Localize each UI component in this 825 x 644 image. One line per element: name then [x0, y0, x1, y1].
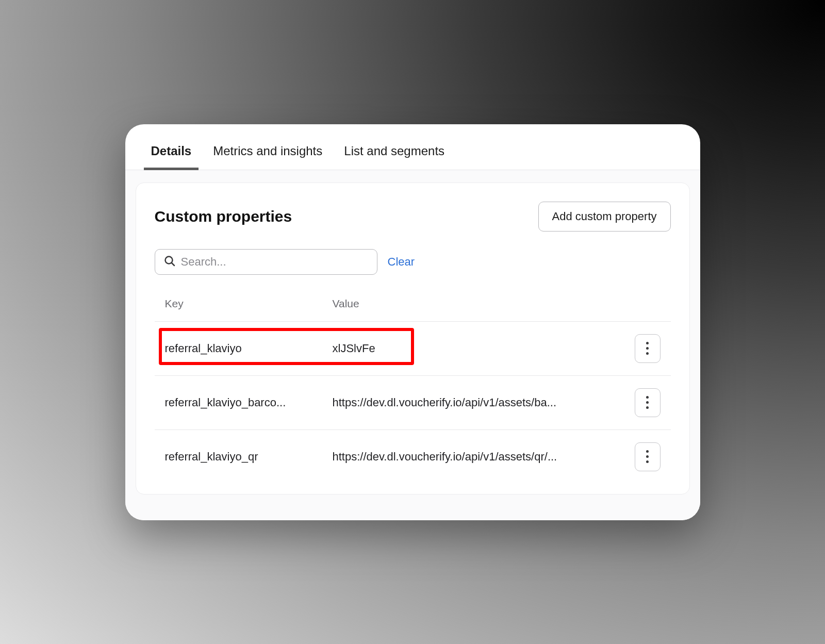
clear-link[interactable]: Clear [388, 255, 415, 269]
row-actions-button[interactable] [635, 442, 661, 471]
cell-value: xlJSlvFe [333, 342, 630, 355]
add-custom-property-button[interactable]: Add custom property [538, 202, 671, 232]
row-actions-button[interactable] [635, 388, 661, 417]
table-row: referral_klaviyo_barco... https://dev.dl… [155, 376, 671, 430]
panel-title: Custom properties [155, 208, 292, 225]
column-header-key: Key [165, 298, 333, 310]
tab-metrics[interactable]: Metrics and insights [213, 139, 322, 170]
search-box[interactable] [155, 249, 377, 275]
tab-details[interactable]: Details [151, 139, 192, 170]
cell-key: referral_klaviyo [165, 342, 333, 355]
properties-table: Key Value referral_klaviyo xlJSlvFe refe… [155, 290, 671, 484]
tab-bar: Details Metrics and insights List and se… [125, 139, 700, 170]
table-row: referral_klaviyo xlJSlvFe [155, 322, 671, 376]
cell-value: https://dev.dl.voucherify.io/api/v1/asse… [333, 450, 630, 464]
search-row: Clear [155, 249, 671, 275]
search-icon [163, 255, 176, 269]
table-head: Key Value [155, 290, 671, 322]
window: Details Metrics and insights List and se… [125, 124, 700, 520]
custom-properties-panel: Custom properties Add custom property Cl… [136, 183, 690, 494]
svg-line-1 [172, 263, 174, 266]
cell-key: referral_klaviyo_qr [165, 450, 333, 464]
cell-key: referral_klaviyo_barco... [165, 396, 333, 409]
cell-value: https://dev.dl.voucherify.io/api/v1/asse… [333, 396, 630, 409]
table-row: referral_klaviyo_qr https://dev.dl.vouch… [155, 430, 671, 484]
panel-wrap: Custom properties Add custom property Cl… [125, 170, 700, 520]
row-actions-button[interactable] [635, 334, 661, 363]
tab-segments[interactable]: List and segments [344, 139, 444, 170]
panel-header: Custom properties Add custom property [155, 202, 671, 232]
column-header-value: Value [333, 298, 630, 310]
search-input[interactable] [181, 255, 369, 269]
